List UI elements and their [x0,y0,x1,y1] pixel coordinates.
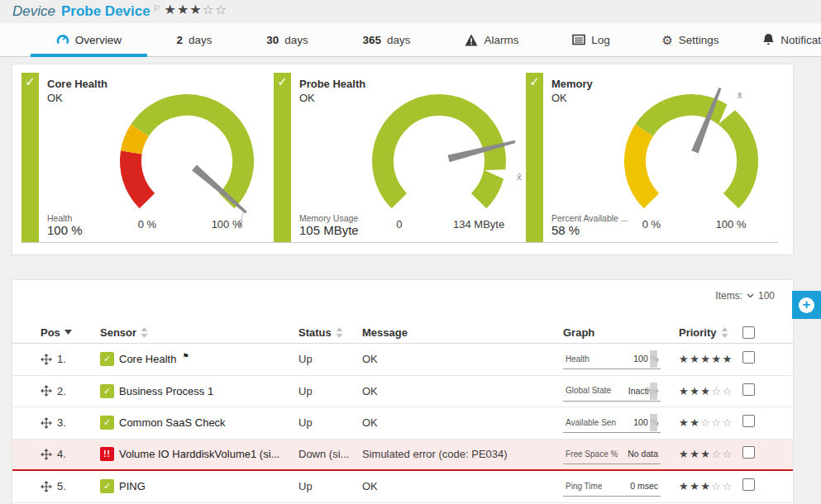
gauge-arc-segment [131,152,147,201]
sensor-cell: ✓Core Health⚑ [100,352,298,366]
row-checkbox[interactable] [742,383,755,396]
sensor-row: 5.✓PINGUpOKPing Time0 msec★★★☆☆ [12,471,793,503]
add-button[interactable]: + [792,291,821,319]
tab-2-days[interactable]: 2days [149,23,240,56]
select-all-checkbox[interactable] [742,326,755,339]
gauge-scale-max-label: 100 % [716,218,747,231]
row-checkbox[interactable] [742,415,755,427]
items-count[interactable]: 100 [758,290,775,302]
drag-handle[interactable] [41,354,52,365]
star-empty-icon: ☆ [723,448,733,460]
gauge-block-probe-health[interactable]: ✓Probe HealthOKMemory Usage105 MBytex̄01… [274,73,526,243]
checkbox-cell [742,351,778,367]
column-label: Status [298,326,332,339]
sensor-name-link[interactable]: Common SaaS Check [119,416,226,429]
star-filled-icon: ★ [700,448,711,460]
sort-both-icon[interactable] [336,327,343,338]
flag-icon[interactable]: ⚐ [153,3,161,14]
column-header-pos[interactable]: Pos [41,326,100,339]
sensor-ok-icon: ✓ [100,384,114,398]
items-dropdown-chevron[interactable] [747,293,754,298]
graph-cell: Free Space %No data [563,444,679,464]
tab-alarms[interactable]: Alarms [438,23,546,56]
column-header-priority[interactable]: Priority [679,326,742,339]
star-filled-icon: ★ [679,385,690,397]
star-filled-icon: ★ [690,448,700,460]
sort-both-icon[interactable] [721,327,728,338]
tab-overview[interactable]: Overview [29,23,149,56]
column-label: Pos [41,326,60,339]
gauge-status: OK [551,92,567,104]
graph-last-value: 0 msec [630,481,658,491]
graph-cell: Ping Time0 msec [563,476,679,497]
sensor-name-link[interactable]: Core Health [119,353,176,365]
drag-handle[interactable] [41,449,52,460]
gauge-status: OK [47,92,63,104]
tab-log[interactable]: Log [546,23,637,56]
drag-handle[interactable] [41,481,52,492]
column-label: Message [362,326,408,339]
check-icon: ✓ [277,74,288,88]
gauge-channel: Memory Usage105 MByte [299,213,359,238]
star-filled-icon: ★ [700,385,711,397]
star-filled-icon: ★ [679,480,690,492]
priority-stars[interactable]: ★★★☆☆ [679,385,742,397]
tab-settings[interactable]: ⚙Settings [637,23,744,56]
sensor-status-bar: ✓ [526,73,543,242]
channel-label: Memory Usage [299,213,359,223]
column-header-status[interactable]: Status [298,326,362,339]
device-name[interactable]: Probe Device [61,3,150,20]
priority-stars[interactable]: ★★★☆☆ [679,480,742,492]
tab-365-days[interactable]: 365days [335,23,438,56]
gauge-block-core-health[interactable]: ✓Core HealthOKHealth100 %x̄0 %100 % [21,73,274,243]
star-filled-icon: ★ [679,416,690,429]
row-checkbox[interactable] [742,478,755,491]
graph-channel-label: Available Sen [566,418,616,427]
mini-graph[interactable]: Ping Time0 msec [563,476,661,497]
star-empty-icon: ☆ [711,385,722,397]
checkbox-cell [742,478,778,494]
priority-stars[interactable]: ★★★★★ [679,353,742,365]
gauge-arc-segment [140,105,243,201]
mini-graph[interactable]: Available Sen100 % [563,412,661,433]
position-cell: 2. [41,385,100,397]
gauge-channel: Health100 % [47,213,83,238]
star-filled-icon: ★ [690,480,700,492]
tab-number: 30 [266,34,279,46]
tab-label: Alarms [484,34,518,46]
message-cell: OK [362,416,563,429]
priority-stars[interactable]: ★★★☆☆ [679,448,742,460]
mini-graph[interactable]: Global StateInactive [563,381,661,402]
sort-both-icon[interactable] [141,327,148,338]
channel-value: 58 % [551,223,580,237]
tab-30-days[interactable]: 30days [240,23,335,56]
sensor-table-panel: Items: 100 PosSensorStatusMessageGraphPr… [12,279,794,504]
gauge-block-memory[interactable]: ✓MemoryOKPercent Available ...58 %x̄0 %1… [526,73,778,243]
sensor-name-link[interactable]: PING [119,480,146,492]
sensor-name-link[interactable]: Business Process 1 [119,385,213,397]
priority-stars[interactable]: ★★☆☆☆ [679,416,742,429]
tab-notifications[interactable]: Notifications [744,23,821,56]
device-priority-stars[interactable]: ★★★☆☆ [165,2,228,17]
sensor-name-link[interactable]: Volume IO HarddiskVolume1 (si... [119,448,279,460]
drag-handle[interactable] [41,417,52,429]
sort-desc-icon[interactable] [64,330,72,335]
star-empty-icon: ☆ [711,448,722,460]
mini-graph[interactable]: Free Space %No data [563,444,661,464]
row-checkbox[interactable] [742,351,755,364]
drag-handle[interactable] [41,385,52,397]
star-filled-icon: ★ [711,353,722,365]
position-cell: 4. [41,448,100,460]
graph-channel-label: Free Space % [566,449,618,459]
mini-graph[interactable]: Health100 % [563,349,661,369]
position-cell: 1. [41,353,100,365]
column-header-checkbox[interactable] [742,326,778,339]
message-cell: OK [362,385,563,397]
column-header-graph: Graph [563,326,679,339]
column-header-message: Message [362,326,563,339]
column-header-sensor[interactable]: Sensor [100,326,298,339]
row-checkbox[interactable] [742,446,755,459]
gauge-chart: x̄0 %100 % [100,84,274,241]
star-filled-icon: ★ [679,353,690,365]
star-empty-icon: ☆ [203,2,215,17]
